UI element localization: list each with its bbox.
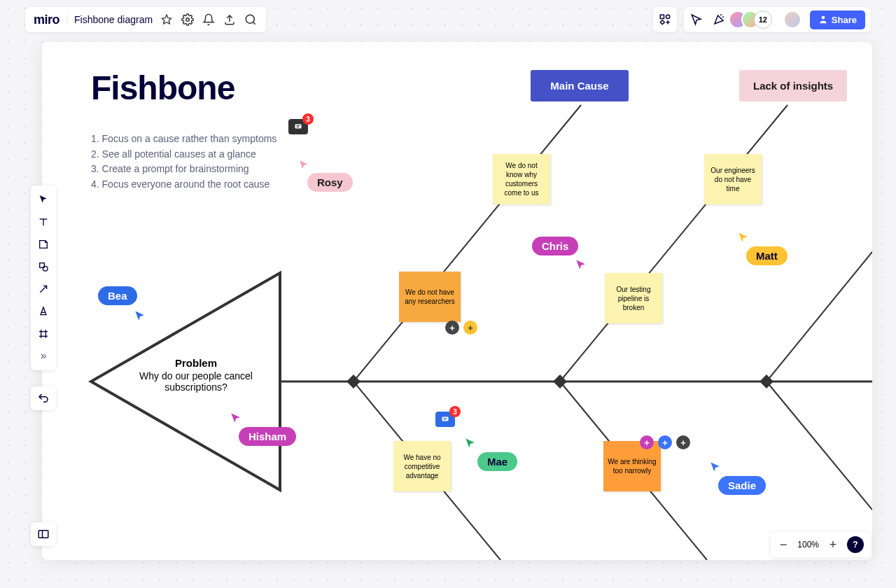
frame-tool[interactable] (34, 324, 53, 344)
canvas[interactable]: Fishbone 1. Focus on a cause rather than… (42, 42, 872, 560)
star-icon[interactable] (160, 13, 174, 27)
svg-marker-0 (162, 15, 171, 24)
board-name[interactable]: Fishbone diagram (74, 14, 153, 25)
cause-main[interactable]: Main Cause (531, 70, 629, 102)
search-icon[interactable] (244, 13, 258, 27)
sticky-note[interactable]: We do not know why customers come to us (493, 154, 550, 204)
cursor-label: Sadie (718, 476, 766, 495)
cursor-rosy: Rosy (298, 159, 353, 192)
add-icon[interactable]: + (676, 435, 690, 449)
sticky-note[interactable]: We are thinking too narrowly (603, 441, 661, 491)
sticky-note[interactable]: We do not have any researchers (399, 272, 461, 322)
note-line: 1. Focus on a cause rather than symptoms (91, 132, 276, 147)
cursor-label: Chris (532, 237, 578, 255)
diagram-notes: 1. Focus on a cause rather than symptoms… (91, 132, 276, 192)
svg-point-1 (186, 18, 190, 22)
more-tools[interactable] (34, 346, 53, 366)
zoom-in-button[interactable]: + (827, 538, 839, 552)
svg-line-16 (40, 286, 46, 292)
note-line: 3. Create a prompt for brainstorming (91, 162, 276, 177)
cursor-label: Mae (477, 452, 517, 471)
add-icon[interactable]: + (445, 321, 459, 335)
cursor-label: Hisham (239, 427, 296, 446)
problem-heading: Problem (126, 357, 266, 369)
cursor-mae: Mae (463, 437, 517, 471)
apps-button[interactable] (653, 7, 677, 32)
comment-badge: 3 (449, 406, 461, 417)
comment-indicator[interactable]: 3 (435, 412, 455, 427)
cursor-label: Rosy (307, 173, 353, 192)
svg-line-28 (766, 252, 872, 382)
zoom-out-button[interactable]: − (778, 538, 789, 552)
text-tool[interactable] (34, 212, 53, 232)
undo-button[interactable] (31, 386, 56, 410)
comment-indicator[interactable]: 3 (288, 119, 308, 134)
export-icon[interactable] (223, 13, 237, 27)
top-right: 12 Share (653, 7, 871, 32)
diagram-title: Fishbone (91, 69, 234, 107)
bell-icon[interactable] (202, 13, 216, 27)
sticky-note[interactable]: Our engineers do not have time (704, 154, 762, 204)
cause-insights[interactable]: Lack of insights (739, 70, 847, 102)
svg-rect-35 (295, 125, 302, 129)
note-line: 2. See all potential causes at a glance (91, 147, 276, 162)
add-icon[interactable]: + (658, 435, 672, 449)
sticky-note[interactable]: We have no competitive advantage (393, 441, 451, 491)
note-line: 4. Focus everyone around the root cause (91, 177, 276, 192)
select-tool[interactable] (34, 190, 53, 209)
add-icon[interactable]: + (463, 321, 477, 335)
problem-text: Why do our people cancel subscriptions? (126, 370, 266, 393)
comment-badge: 3 (302, 113, 314, 125)
share-button[interactable]: Share (810, 10, 865, 29)
svg-line-31 (766, 382, 872, 510)
cursor-label: Matt (746, 246, 788, 265)
share-label: Share (832, 15, 857, 25)
add-icon[interactable]: + (640, 435, 654, 449)
cursor-chris: Chris (532, 237, 588, 272)
cursor-hisham: Hisham (229, 412, 296, 446)
svg-line-9 (720, 15, 722, 16)
svg-rect-5 (660, 15, 664, 18)
sticky-tool[interactable] (34, 234, 53, 254)
svg-line-4 (253, 22, 255, 24)
svg-point-6 (666, 15, 669, 18)
svg-line-10 (722, 17, 724, 18)
panel-toggle[interactable] (31, 522, 56, 546)
svg-rect-38 (442, 417, 449, 421)
cursor-matt: Matt (736, 231, 788, 265)
collaborator-avatars[interactable]: 12 (734, 10, 772, 29)
arrow-tool[interactable] (34, 279, 53, 299)
svg-point-11 (822, 16, 825, 20)
shape-tool[interactable] (34, 257, 53, 276)
celebrate-icon[interactable] (712, 13, 726, 27)
svg-rect-22 (38, 531, 48, 538)
pen-tool[interactable] (34, 302, 53, 321)
top-bar: miro Fishbone diagram (25, 7, 266, 32)
settings-icon[interactable] (181, 13, 195, 27)
logo: miro (34, 13, 59, 27)
divider (66, 13, 67, 27)
side-toolbar (31, 186, 56, 370)
problem-block[interactable]: Problem Why do our people cancel subscri… (126, 357, 266, 393)
svg-point-3 (246, 15, 254, 23)
svg-point-15 (43, 266, 48, 271)
cursor-bea: Bea (98, 286, 147, 323)
cursor-tool-icon[interactable] (690, 13, 704, 27)
cursor-label: Bea (98, 286, 137, 305)
zoom-value: 100% (797, 540, 819, 550)
current-user-avatar[interactable] (783, 10, 802, 29)
zoom-controls: − 100% + ? (771, 532, 871, 557)
cursor-sadie: Sadie (708, 461, 766, 495)
help-button[interactable]: ? (847, 536, 864, 553)
sticky-note[interactable]: Our testing pipeline is broken (605, 273, 662, 323)
avatar-overflow-count[interactable]: 12 (754, 10, 772, 29)
